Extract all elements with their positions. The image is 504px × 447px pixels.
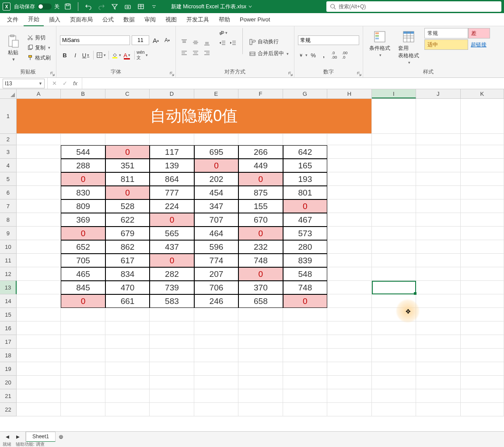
- cell[interactable]: 777: [150, 186, 194, 199]
- cell[interactable]: 437: [150, 240, 194, 254]
- banner-title[interactable]: 自动隐藏0值: [17, 99, 372, 134]
- cell[interactable]: 622: [105, 213, 150, 227]
- cell[interactable]: 862: [105, 240, 150, 254]
- table-icon[interactable]: [136, 2, 146, 11]
- row-header-14[interactable]: 14: [0, 294, 17, 308]
- col-header-B[interactable]: B: [61, 89, 105, 98]
- cell[interactable]: [17, 267, 61, 281]
- cell[interactable]: 707: [194, 213, 238, 227]
- cell[interactable]: [194, 403, 238, 416]
- col-header-I[interactable]: I: [372, 89, 416, 98]
- cell[interactable]: 658: [238, 294, 283, 308]
- cell[interactable]: 165: [283, 159, 327, 172]
- cell[interactable]: [283, 308, 327, 321]
- row-header-19[interactable]: 19: [0, 362, 17, 376]
- cell[interactable]: [105, 335, 150, 349]
- row-header-22[interactable]: 22: [0, 403, 17, 416]
- cell[interactable]: [327, 376, 371, 389]
- cell[interactable]: [461, 134, 504, 145]
- cell[interactable]: 864: [150, 172, 194, 186]
- cell[interactable]: 528: [105, 199, 150, 213]
- cell[interactable]: [416, 134, 460, 145]
- cell[interactable]: [61, 403, 105, 416]
- cell[interactable]: 0: [238, 267, 283, 281]
- cell[interactable]: [194, 389, 238, 403]
- cell[interactable]: 774: [194, 254, 238, 267]
- cell[interactable]: 207: [194, 267, 238, 281]
- redo-icon[interactable]: [97, 2, 106, 11]
- cell[interactable]: 0: [283, 199, 327, 213]
- cell[interactable]: 875: [238, 186, 283, 199]
- cell[interactable]: [461, 349, 504, 362]
- align-top-icon[interactable]: [179, 38, 189, 47]
- cell[interactable]: [416, 172, 460, 186]
- cell[interactable]: [372, 335, 416, 349]
- border-button[interactable]: ▾: [96, 50, 106, 60]
- dialog-launcher-icon[interactable]: [357, 72, 361, 76]
- cell[interactable]: [416, 159, 460, 172]
- cell[interactable]: 617: [105, 254, 150, 267]
- cell[interactable]: [17, 362, 61, 376]
- cell[interactable]: [416, 308, 460, 321]
- cell[interactable]: [150, 389, 194, 403]
- cell[interactable]: 839: [283, 254, 327, 267]
- cell[interactable]: [461, 227, 504, 240]
- cell[interactable]: [17, 213, 61, 227]
- paste-button[interactable]: 粘贴 ▼: [4, 28, 23, 67]
- cell[interactable]: 0: [61, 294, 105, 308]
- cell[interactable]: 748: [238, 254, 283, 267]
- font-color-button[interactable]: A▾: [122, 50, 132, 60]
- row-header-18[interactable]: 18: [0, 349, 17, 362]
- cell[interactable]: [372, 199, 416, 213]
- cell[interactable]: [372, 254, 416, 267]
- cell[interactable]: [238, 321, 283, 335]
- cell[interactable]: 224: [150, 199, 194, 213]
- cell[interactable]: [372, 186, 416, 199]
- cell[interactable]: 695: [194, 145, 238, 159]
- currency-icon[interactable]: ￥▾: [298, 50, 308, 60]
- tab-Power Pivot[interactable]: Power Pivot: [235, 13, 274, 26]
- cell[interactable]: 155: [238, 199, 283, 213]
- cell[interactable]: [416, 294, 460, 308]
- cell[interactable]: 811: [105, 172, 150, 186]
- row-header-21[interactable]: 21: [0, 389, 17, 403]
- col-header-J[interactable]: J: [416, 89, 460, 98]
- cell[interactable]: [461, 294, 504, 308]
- cell[interactable]: [61, 134, 105, 145]
- cell[interactable]: [461, 254, 504, 267]
- phonetic-button[interactable]: wén文▾: [137, 50, 147, 60]
- cell[interactable]: 288: [61, 159, 105, 172]
- next-sheet-icon[interactable]: ►: [13, 432, 23, 442]
- cell[interactable]: [283, 362, 327, 376]
- style-link[interactable]: 超链接: [468, 39, 490, 50]
- cell[interactable]: [17, 254, 61, 267]
- row-header-17[interactable]: 17: [0, 335, 17, 349]
- cell[interactable]: [150, 308, 194, 321]
- cell[interactable]: [105, 389, 150, 403]
- cell[interactable]: [416, 376, 460, 389]
- name-box[interactable]: I13 ▼: [3, 79, 45, 88]
- cell[interactable]: 232: [238, 240, 283, 254]
- row-header-13[interactable]: 13: [0, 281, 17, 294]
- spreadsheet-grid[interactable]: ABCDEFGHIJK 1自动隐藏0值235440117695266642428…: [0, 89, 504, 430]
- col-header-H[interactable]: H: [327, 89, 371, 98]
- cell[interactable]: [461, 199, 504, 213]
- cell[interactable]: [194, 335, 238, 349]
- cell[interactable]: [61, 349, 105, 362]
- align-middle-icon[interactable]: [191, 38, 200, 47]
- cell[interactable]: [372, 321, 416, 335]
- cell[interactable]: [372, 308, 416, 321]
- enter-icon[interactable]: ✓: [60, 79, 70, 88]
- cell[interactable]: 117: [150, 145, 194, 159]
- cell[interactable]: 0: [61, 227, 105, 240]
- cell[interactable]: [105, 362, 150, 376]
- cell[interactable]: [372, 389, 416, 403]
- cell[interactable]: [461, 213, 504, 227]
- cell[interactable]: 464: [194, 227, 238, 240]
- cell[interactable]: 0: [61, 172, 105, 186]
- cell[interactable]: [327, 281, 371, 294]
- cell[interactable]: 596: [194, 240, 238, 254]
- cell[interactable]: [61, 389, 105, 403]
- cell[interactable]: [372, 145, 416, 159]
- cell[interactable]: [372, 240, 416, 254]
